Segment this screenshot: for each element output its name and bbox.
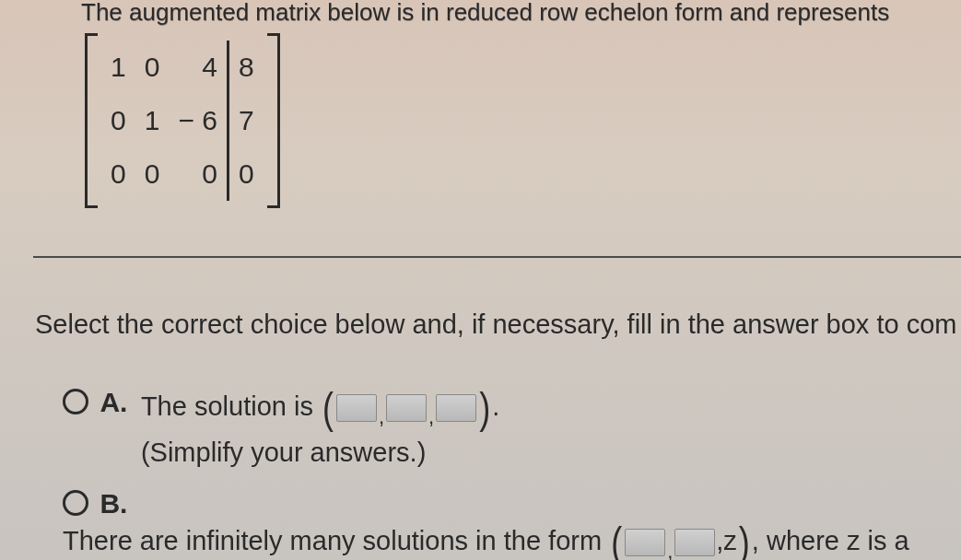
option-a-body: The solution is (,,). (Simplify your ans… — [141, 385, 499, 472]
paren-open: ( — [322, 378, 334, 438]
matrix-cell: 0 — [169, 147, 228, 201]
comma: , — [428, 403, 434, 432]
radio-a[interactable] — [63, 389, 88, 414]
horizontal-divider — [33, 256, 961, 258]
option-a-text: The solution is — [141, 391, 321, 421]
option-b: B. There are infinitely many solutions i… — [63, 486, 961, 560]
matrix-cell: 1 — [135, 94, 170, 147]
option-b-label: B. — [100, 488, 127, 519]
matrix-cell: − 6 — [169, 94, 228, 147]
matrix-cell: 0 — [101, 94, 135, 147]
z-label: ,z — [716, 526, 737, 555]
simplify-a: (Simplify your answers.) — [141, 434, 499, 472]
answer-box-a2[interactable] — [386, 394, 427, 422]
answer-box-a3[interactable] — [436, 394, 476, 422]
comma: , — [667, 538, 673, 560]
question-stem-partial: The augmented matrix below is in reduced… — [81, 0, 889, 27]
matrix-cell: 0 — [101, 147, 135, 201]
matrix-cell-aug: 0 — [228, 147, 263, 201]
paren-open: ( — [611, 512, 622, 560]
option-b-text: There are infinitely many solutions in t… — [63, 526, 609, 555]
table-row: 0 1 − 6 7 — [101, 94, 264, 147]
matrix-cell-aug: 7 — [228, 94, 263, 147]
right-bracket — [267, 33, 280, 208]
answer-box-a1[interactable] — [336, 394, 377, 422]
option-b-body: There are infinitely many solutions in t… — [63, 519, 909, 560]
augmented-matrix: 1 0 4 8 0 1 − 6 7 0 0 0 0 — [85, 33, 280, 212]
matrix-cell: 4 — [169, 41, 228, 94]
left-bracket — [85, 33, 98, 208]
answer-box-b1[interactable] — [625, 529, 665, 556]
paren-close: ) — [739, 512, 750, 560]
instruction-text: Select the correct choice below and, if … — [35, 309, 956, 340]
comma: , — [379, 403, 384, 432]
option-a-label: A. — [100, 387, 127, 418]
answer-box-b2[interactable] — [674, 529, 715, 556]
matrix-cell: 0 — [135, 147, 170, 201]
option-b-after: , where z is a — [752, 526, 909, 555]
paren-close: ) — [479, 378, 490, 438]
matrix-cell: 0 — [135, 41, 170, 94]
matrix-cell-aug: 8 — [228, 41, 263, 94]
radio-b[interactable] — [63, 490, 88, 516]
matrix-table: 1 0 4 8 0 1 − 6 7 0 0 0 0 — [101, 41, 264, 201]
table-row: 1 0 4 8 — [101, 41, 264, 94]
table-row: 0 0 0 0 — [101, 147, 264, 201]
matrix-cell: 1 — [101, 41, 135, 94]
option-a: A. The solution is (,,). (Simplify your … — [63, 385, 961, 472]
period: . — [492, 391, 499, 421]
